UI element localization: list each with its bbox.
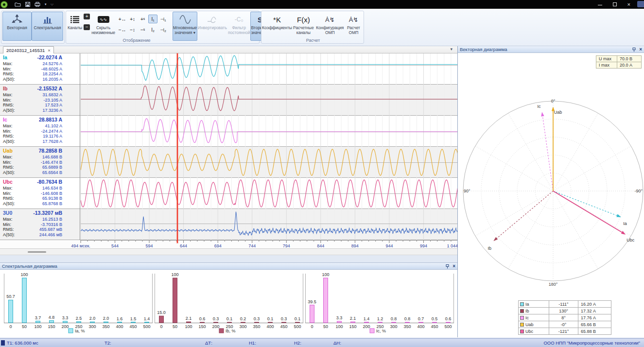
svg-text:2.0: 2.0 [103, 316, 109, 321]
svg-text:500: 500 [143, 324, 150, 329]
instant-values-button[interactable]: Мгновенные значения ▾ [173, 12, 197, 41]
hide-unchanged-button[interactable]: ∿∿ Скрыть неизменные [91, 12, 116, 41]
print-dropdown-icon[interactable]: ▾ [45, 2, 47, 6]
channel-info-ib[interactable]: Ib-2.15532 A Max:31.6832 A Min:-23.105 A… [0, 85, 80, 116]
save-icon[interactable] [25, 2, 30, 7]
svg-text:350: 350 [403, 324, 411, 329]
invert-button[interactable]: Инвертировать [197, 12, 227, 41]
open-file-icon[interactable] [15, 2, 21, 7]
channel-info-3u0[interactable]: 3U0-13.3207 мВ Max:16.2513 В Min:-3.7031… [0, 209, 80, 240]
stat-label: Min: [3, 160, 11, 165]
pin-icon[interactable] [445, 262, 450, 271]
waveform-plot-ia[interactable] [81, 53, 458, 85]
fit-width-2-button[interactable]: ⊣₂ [158, 25, 168, 34]
stat-label: Max: [3, 155, 13, 160]
channels-button[interactable]: Каналы [67, 12, 83, 41]
svg-text:150: 150 [198, 324, 206, 329]
spectral-diagram-button[interactable]: Спектральная [32, 12, 63, 41]
close-button[interactable]: × [627, 1, 630, 7]
stat-value: -146.608 В [41, 191, 62, 196]
panel-splitter[interactable] [0, 255, 457, 262]
svg-text:0.3: 0.3 [254, 316, 260, 321]
coefficients-button[interactable]: *K Коэффициенты [262, 12, 292, 41]
zoom-out-vertical-button[interactable]: −↕ [128, 25, 137, 34]
stat-label: A(50): [3, 77, 15, 82]
svg-text:2.5: 2.5 [76, 316, 82, 321]
pin-icon[interactable] [632, 45, 636, 54]
stat-value: -24.2474 A [41, 129, 62, 134]
stat-value: 17.3236 A [42, 108, 62, 113]
spectral-charts: 50.70100503.71004.81503.32002.52502.0300… [0, 270, 457, 338]
fit-width-1-button[interactable]: ⊣₁ [158, 15, 168, 23]
close-panel-icon[interactable]: × [453, 264, 455, 268]
phasor-row-ic: Ic8°17.76 А [519, 314, 611, 321]
svg-text:0: 0 [311, 324, 313, 329]
omp-calc-button[interactable]: Ȧ↯ Расчет ОМП [345, 12, 363, 41]
waveform-plot-ib[interactable] [81, 85, 458, 116]
svg-text:2.1: 2.1 [186, 316, 192, 321]
hide-unchanged-icon: ∿∿ [98, 13, 109, 26]
add-channel-button[interactable]: + [84, 14, 90, 19]
tab-list-dropdown-icon[interactable]: ▾ [450, 47, 453, 52]
svg-text:450: 450 [280, 324, 287, 329]
oscillogram-document: 20240312_145531 × ▾ Ia-22.0274 A Max:24.… [0, 46, 457, 262]
channel-name: Uab [3, 148, 13, 154]
time-cursor-line[interactable] [177, 53, 178, 243]
channel-info-ia[interactable]: Ia-22.0274 A Max:24.5276 A Min:-48.6025 … [0, 53, 80, 85]
zoom-out-sync-button[interactable]: −ˢ [138, 25, 147, 34]
waveform-plot-uab[interactable] [81, 147, 458, 178]
calculated-channels-button[interactable]: F(x) Расчетные каналы [292, 12, 315, 41]
horizontal-scrollbar[interactable] [0, 249, 457, 255]
spectral-panel-header[interactable]: Спектральная диаграмма × [0, 263, 457, 270]
quickaccess-more-icon[interactable]: ⸪ [51, 2, 54, 7]
channel-info-ic[interactable]: Ic28.8813 A Max:41.102 A Min:-24.2474 A … [0, 116, 80, 147]
svg-text:39.5: 39.5 [308, 299, 316, 304]
stat-label: Max: [3, 61, 13, 67]
cursor-2-button[interactable]: I₂ [148, 25, 157, 34]
svg-text:Ia, %: Ia, % [75, 329, 85, 333]
omp-config-button[interactable]: Ȧ↯ Конфигурация ОМП [315, 12, 345, 41]
waveform-plot-ubc[interactable] [81, 178, 458, 209]
waveform-plot-ic[interactable] [81, 116, 458, 147]
ribbon-group-calculation: *K Коэффициенты F(x) Расчетные каналы Ȧ↯… [261, 11, 364, 44]
user-badge-icon[interactable] [637, 1, 644, 7]
print-icon[interactable] [35, 2, 40, 7]
channels-list-icon [70, 13, 79, 26]
app-logo-icon[interactable] [0, 1, 8, 8]
invert-icon [206, 13, 219, 26]
vector-panel-header[interactable]: Векторная диаграмма × [458, 46, 644, 53]
svg-text:3.3: 3.3 [336, 315, 343, 320]
minimize-button[interactable] [598, 1, 602, 7]
channel-info-ubc[interactable]: Ubc-80.7634 В Max:146.634 В Min:-146.608… [0, 178, 80, 209]
zoom-in-horizontal-button[interactable]: +↔ [118, 15, 127, 23]
dc-filter-button[interactable]: -C₀ Фильтр постоянной [227, 12, 251, 41]
close-panel-icon[interactable]: × [639, 47, 642, 52]
status-t1: T1: 636.000 мс [7, 340, 38, 346]
channel-name: Ib [3, 86, 7, 91]
tab-close-icon[interactable]: × [48, 48, 51, 53]
channel-info-uab[interactable]: Uab78.2858 В Max:146.688 В Min:-146.474 … [0, 147, 80, 178]
company-name: ООО НПП "Микропроцессорные технологии" [543, 340, 640, 346]
document-tab[interactable]: 20240312_145531 × [3, 46, 54, 53]
stat-value: -146.474 В [41, 160, 62, 165]
cursor-1-button[interactable]: I₁ [148, 15, 157, 23]
svg-text:50: 50 [323, 324, 328, 329]
svg-text:Ubc: Ubc [627, 238, 635, 243]
svg-text:794: 794 [283, 243, 290, 248]
maximize-button[interactable] [613, 1, 617, 7]
zoom-in-sync-button[interactable]: +ˢ [138, 15, 147, 23]
svg-text:0.7: 0.7 [418, 316, 424, 321]
svg-text:Ia: Ia [623, 221, 627, 226]
waveform-plot-3u0[interactable] [81, 209, 458, 240]
spectral-panel-title: Спектральная диаграмма [2, 263, 57, 269]
stat-value: 146.634 В [42, 186, 62, 191]
svg-text:944: 944 [385, 243, 393, 248]
vector-diagram-button[interactable]: Векторная [2, 12, 32, 41]
scrollbar-thumb[interactable] [28, 251, 46, 253]
zoom-in-vertical-button[interactable]: +↕ [128, 15, 137, 23]
stat-label: RMS: [3, 165, 14, 170]
remove-channel-button[interactable]: − [84, 24, 90, 30]
zoom-out-horizontal-button[interactable]: −↔ [118, 25, 127, 34]
channel-cursor-value: -2.15532 A [37, 86, 62, 91]
svg-text:100: 100 [185, 324, 192, 329]
